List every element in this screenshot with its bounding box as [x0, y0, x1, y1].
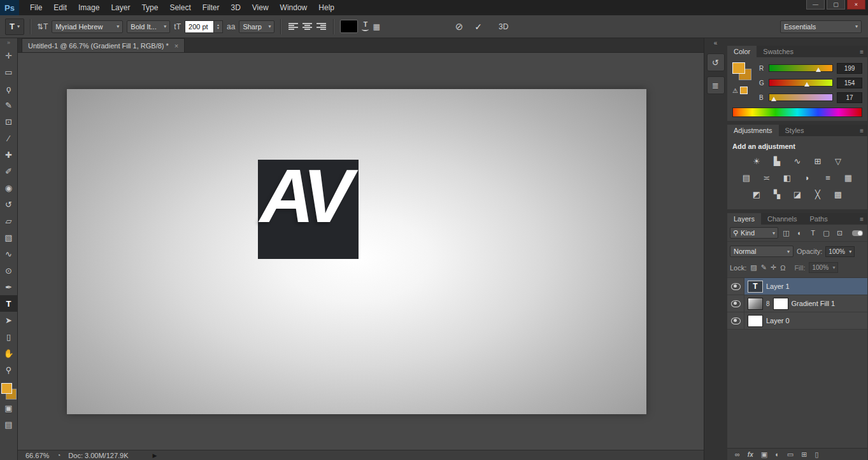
lock-pixels-icon[interactable]: ✎ [761, 263, 767, 272]
foreground-color-swatch[interactable] [1, 383, 12, 394]
layer-filter-toggle[interactable] [852, 230, 863, 236]
visibility-toggle[interactable] [727, 295, 744, 312]
green-slider[interactable] [769, 79, 833, 87]
visibility-toggle[interactable] [727, 278, 744, 295]
hand-tool[interactable]: ✋ [0, 345, 17, 361]
filter-pixel-icon[interactable]: ◫ [781, 229, 792, 237]
warp-text-icon[interactable]: T [362, 22, 369, 31]
menu-help[interactable]: Help [313, 0, 340, 15]
menu-file[interactable]: File [24, 0, 48, 15]
history-panel-button[interactable]: ↺ [707, 53, 725, 71]
layer-style-icon[interactable]: fx [748, 451, 753, 458]
mask-link-icon[interactable]: 8 [766, 300, 770, 307]
lock-transparency-icon[interactable]: ▨ [750, 263, 757, 272]
toolbar-collapse-icon[interactable]: » [7, 38, 10, 47]
tab-paths[interactable]: Paths [804, 213, 834, 225]
menu-layer[interactable]: Layer [105, 0, 136, 15]
menu-filter[interactable]: Filter [197, 0, 225, 15]
zoom-tool[interactable]: ⚲ [0, 361, 17, 378]
pen-tool[interactable]: ✒ [0, 279, 17, 295]
dodge-tool[interactable]: ⊙ [0, 262, 17, 279]
close-button[interactable]: × [847, 0, 865, 10]
filter-shape-icon[interactable]: ▢ [821, 229, 832, 237]
layer-name[interactable]: Layer 1 [766, 282, 790, 290]
commit-edits-button[interactable]: ✓ [474, 22, 482, 32]
curves-icon[interactable]: ∿ [792, 156, 803, 166]
toggle-panels-icon[interactable]: ▦ [373, 22, 380, 31]
blue-value-field[interactable]: 17 [837, 92, 862, 103]
levels-icon[interactable]: ▙ [771, 156, 783, 166]
cancel-edits-button[interactable]: ⊘ [455, 21, 464, 32]
crop-tool[interactable]: ⊡ [0, 113, 17, 130]
layer-row-gradient-fill-1[interactable]: 8 Gradient Fill 1 [727, 295, 867, 312]
path-selection-tool[interactable]: ➤ [0, 312, 17, 328]
font-family-select[interactable]: Myriad Hebrew ▾ [52, 20, 123, 33]
panel-menu-icon[interactable]: ≡ [860, 127, 867, 134]
lasso-tool[interactable]: ϙ [0, 80, 17, 97]
filter-type-icon[interactable]: T [808, 229, 818, 237]
color-spectrum-ramp[interactable] [732, 108, 862, 117]
vibrance-icon[interactable]: ▽ [832, 156, 844, 166]
red-slider[interactable] [769, 64, 833, 72]
panel-menu-icon[interactable]: ≡ [860, 48, 867, 55]
tab-styles[interactable]: Styles [779, 125, 811, 136]
type-tool-preset[interactable]: T ▾ [5, 18, 24, 35]
new-group-icon[interactable]: ▭ [787, 450, 793, 459]
document-tab[interactable]: Untitled-1 @ 66.7% (Gradient Fill 1, RGB… [22, 38, 185, 52]
canvas-pasteboard[interactable]: AV [18, 53, 704, 450]
exposure-icon[interactable]: ⊞ [812, 156, 823, 166]
layer-name[interactable]: Gradient Fill 1 [792, 300, 835, 307]
image-layer-thumbnail[interactable] [748, 315, 763, 327]
add-layer-mask-icon[interactable]: ▣ [761, 450, 767, 459]
new-layer-icon[interactable]: ⊞ [801, 450, 807, 459]
color-lookup-icon[interactable]: ▦ [843, 172, 854, 183]
layer-row-layer-0[interactable]: Layer 0 [727, 312, 867, 330]
layer-row-layer-1[interactable]: T Layer 1 [727, 278, 867, 295]
menu-type[interactable]: Type [136, 0, 164, 15]
panel-fg-bg-swatches[interactable] [732, 62, 751, 80]
tab-color[interactable]: Color [727, 46, 757, 57]
text-color-swatch[interactable] [340, 20, 358, 33]
workspace-switcher[interactable]: Essentials ▾ [780, 20, 862, 33]
red-value-field[interactable]: 199 [837, 63, 862, 74]
photo-filter-icon[interactable]: ◗ [802, 172, 813, 183]
gradient-fill-thumbnail[interactable] [748, 298, 763, 310]
font-style-select[interactable]: Bold It... ▾ [127, 20, 170, 33]
zoom-level-field[interactable]: 66.67% [25, 452, 49, 459]
red-slider-thumb[interactable] [816, 67, 821, 72]
panel-menu-icon[interactable]: ≡ [860, 216, 867, 223]
type-tool[interactable]: T [0, 295, 17, 312]
threshold-icon[interactable]: ◪ [792, 189, 803, 199]
foreground-background-swatches[interactable] [1, 383, 17, 400]
layer-name[interactable]: Layer 0 [766, 317, 790, 324]
color-balance-icon[interactable]: ≍ [761, 172, 772, 183]
anti-alias-select[interactable]: Sharp ▾ [239, 20, 274, 33]
document-canvas[interactable]: AV [67, 89, 646, 414]
tab-swatches[interactable]: Swatches [757, 46, 800, 57]
font-size-spinner[interactable]: ▴▾ [214, 20, 223, 33]
rectangle-tool[interactable]: ▯ [0, 328, 17, 345]
tab-layers[interactable]: Layers [727, 213, 761, 225]
move-tool[interactable]: ✛ [0, 47, 17, 64]
channel-mixer-icon[interactable]: ≡ [822, 172, 834, 183]
eyedropper-tool[interactable]: ∕ [0, 130, 17, 146]
gradient-map-icon[interactable]: ▩ [832, 189, 844, 199]
menu-window[interactable]: Window [274, 0, 313, 15]
menu-edit[interactable]: Edit [48, 0, 73, 15]
blue-slider[interactable] [769, 94, 833, 101]
hue-saturation-icon[interactable]: ▤ [741, 172, 752, 183]
blend-mode-select[interactable]: Normal ▾ [730, 246, 793, 257]
green-slider-thumb[interactable] [804, 82, 809, 87]
filter-smart-object-icon[interactable]: ⊡ [834, 229, 845, 237]
rectangular-marquee-tool[interactable]: ▭ [0, 64, 17, 80]
layer-mask-thumbnail[interactable] [773, 298, 788, 310]
properties-panel-button[interactable]: ≣ [707, 76, 725, 94]
clone-stamp-tool[interactable]: ◉ [0, 179, 17, 196]
brush-tool[interactable]: ✐ [0, 163, 17, 179]
invert-icon[interactable]: ◩ [751, 189, 762, 199]
panel-foreground-swatch[interactable] [732, 62, 745, 74]
blur-tool[interactable]: ∿ [0, 246, 17, 262]
expand-panels-icon[interactable]: « [704, 38, 727, 48]
fill-field[interactable]: 100% ▾ [809, 262, 838, 273]
lock-position-icon[interactable]: ✛ [771, 263, 776, 272]
